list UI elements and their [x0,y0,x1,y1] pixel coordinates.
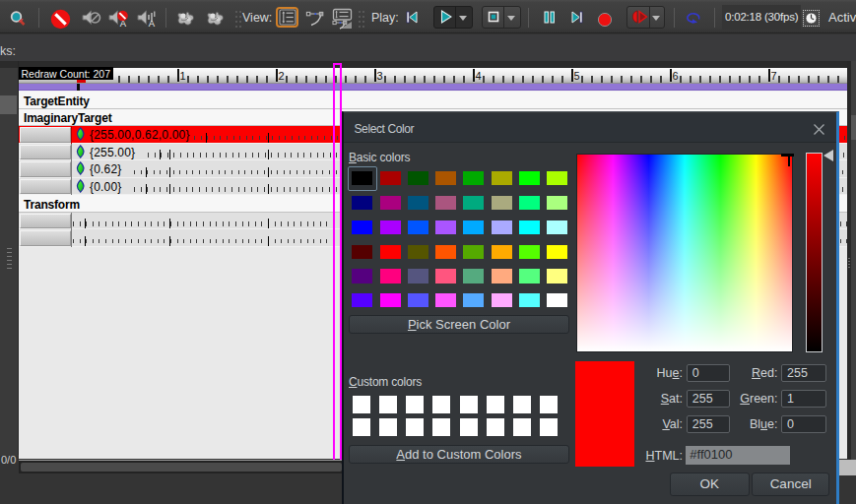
svg-text:A: A [149,18,156,28]
svg-text:A: A [120,18,127,28]
